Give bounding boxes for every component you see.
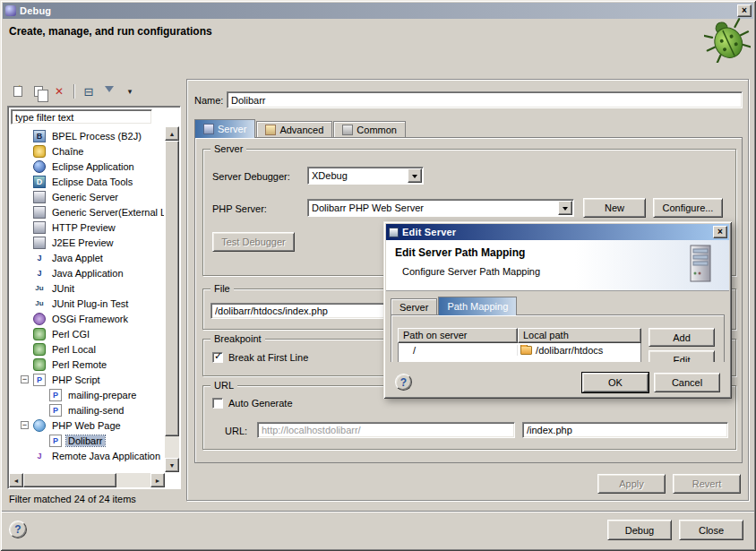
server-icon <box>33 221 46 234</box>
dialog-window-icon <box>389 228 399 237</box>
server-debugger-label: Server Debugger: <box>212 171 290 182</box>
url-path-input[interactable] <box>522 422 728 438</box>
bpel-process-icon: B <box>33 130 46 142</box>
window-close-button[interactable]: × <box>737 4 752 17</box>
tree-item-eclipse-application[interactable]: Eclipse Application <box>10 159 164 174</box>
tree-item-dolibarr[interactable]: PDolibarr <box>10 433 164 448</box>
java-applet-icon: J <box>33 252 46 264</box>
tree-item-java-application[interactable]: JJava Application <box>10 265 164 280</box>
edit-server-dialog: Edit Server × Edit Server Path Mapping C… <box>383 221 732 399</box>
table-header: Path on server Local path <box>398 328 641 343</box>
new-config-icon[interactable]: + <box>9 83 27 99</box>
mapping-table-row[interactable]: //dolibarr/htdocs <box>399 343 640 357</box>
break-first-line-checkbox[interactable] <box>212 352 223 363</box>
php-server-select[interactable]: Dolibarr PHP Web Server <box>307 199 574 217</box>
tree-item-mailing-prepare[interactable]: Pmailing-prepare <box>10 387 164 402</box>
duplicate-config-icon[interactable] <box>30 83 47 99</box>
tree-item-remote-java-application[interactable]: JRemote Java Application <box>10 448 164 463</box>
column-path-on-server[interactable]: Path on server <box>398 328 518 343</box>
scroll-up-icon[interactable]: ▲ <box>165 126 179 141</box>
apply-button: Apply <box>597 474 666 494</box>
filter-input[interactable] <box>11 109 152 125</box>
osgi-icon <box>33 313 46 325</box>
dialog-tab-server[interactable]: Server <box>391 298 437 315</box>
tree-item-junit[interactable]: JuJUnit <box>10 280 164 296</box>
collapse-all-icon[interactable]: ⊟ <box>80 83 98 99</box>
scroll-down-icon[interactable]: ▼ <box>165 458 179 472</box>
server-debugger-select[interactable]: XDebug <box>307 167 424 185</box>
tree-item-java-applet[interactable]: JJava Applet <box>10 250 164 265</box>
close-button[interactable]: Close <box>679 520 743 540</box>
tree-item-j2ee-preview[interactable]: J2EE Preview <box>10 235 164 250</box>
tree-item-http-preview[interactable]: HTTP Preview <box>10 220 164 235</box>
tree-item-generic-server[interactable]: Generic Server <box>10 189 164 204</box>
eclipse-application-icon <box>33 160 46 173</box>
server-icon <box>33 191 46 203</box>
tree-item-osgi-framework[interactable]: OSGi Framework <box>10 311 164 326</box>
tree-item-junit-plug-in-test[interactable]: JuJUnit Plug-in Test <box>10 296 164 311</box>
tree-item-php-script[interactable]: −PPHP Script <box>10 372 164 387</box>
tab-server[interactable]: Server <box>194 119 255 138</box>
tab-advanced[interactable]: Advanced <box>256 121 332 138</box>
tree-horizontal-scrollbar[interactable]: ◄ ► <box>9 473 165 487</box>
page-title: Create, manage, and run configurations <box>9 25 212 38</box>
tree-item-mailing-send[interactable]: Pmailing-send <box>10 402 164 418</box>
perl-icon <box>33 358 46 371</box>
tree-item-generic-server-external-la[interactable]: Generic Server(External La <box>10 204 164 220</box>
debug-bug-icon <box>704 18 751 63</box>
help-icon[interactable]: ? <box>9 521 27 538</box>
tree-item-bpel-process-b2j[interactable]: BBPEL Process (B2J) <box>10 128 164 143</box>
tree-item-perl-cgi[interactable]: Perl CGI <box>10 326 164 341</box>
tree-item-php-web-page[interactable]: −PHP Web Page <box>10 418 164 433</box>
scroll-right-icon[interactable]: ► <box>150 473 165 487</box>
php-web-icon <box>33 419 46 432</box>
eclipse-window-icon <box>5 5 16 16</box>
chevron-down-icon[interactable] <box>408 168 422 183</box>
tree-item-cha-ne[interactable]: Chaîne <box>10 143 164 159</box>
tree-item-perl-remote[interactable]: Perl Remote <box>10 357 164 372</box>
tree-vertical-scrollbar[interactable]: ▲ ▼ <box>165 126 179 472</box>
dialog-footer: ? OK Cancel <box>386 362 729 396</box>
sidebar-toolbar: + ✕ ⊟ ▾ <box>9 82 139 100</box>
server-illustration-icon <box>683 244 717 287</box>
dialog-subheading: Configure Server Path Mapping <box>402 266 540 277</box>
chevron-down-icon[interactable] <box>558 201 572 215</box>
folder-icon <box>520 346 532 355</box>
break-first-line-label: Break at First Line <box>228 352 308 363</box>
advanced-tab-icon <box>265 125 276 135</box>
data-tools-icon: D <box>33 176 46 188</box>
collapse-node-icon[interactable]: − <box>21 375 29 383</box>
php-file-icon: P <box>49 404 62 417</box>
tab-common[interactable]: Common <box>333 121 406 138</box>
tree-item-eclipse-data-tools[interactable]: DEclipse Data Tools <box>10 174 164 189</box>
php-server-label: PHP Server: <box>212 203 267 214</box>
config-tree-panel: BBPEL Process (B2J)ChaîneEclipse Applica… <box>7 106 181 489</box>
server-icon <box>33 237 46 249</box>
tree-item-perl-local[interactable]: Perl Local <box>10 341 164 357</box>
footer-separator <box>2 511 754 512</box>
auto-generate-checkbox[interactable] <box>212 398 223 409</box>
junit-plugin-icon: Ju <box>33 297 46 310</box>
url-base-input[interactable] <box>257 422 515 438</box>
add-mapping-button[interactable]: Add <box>649 328 715 347</box>
ok-button[interactable]: OK <box>582 373 649 392</box>
scroll-left-icon[interactable]: ◄ <box>9 473 23 487</box>
cancel-button[interactable]: Cancel <box>654 373 720 392</box>
new-server-button[interactable]: New <box>583 198 646 218</box>
toolbar-menu-arrow-icon[interactable]: ▾ <box>121 83 139 99</box>
vertical-scroll-thumb[interactable] <box>165 141 179 436</box>
configure-server-button[interactable]: Configure... <box>653 198 723 218</box>
horizontal-scroll-thumb[interactable] <box>23 473 116 487</box>
dialog-close-button[interactable]: × <box>713 226 727 238</box>
auto-generate-label: Auto Generate <box>228 398 293 409</box>
debug-button[interactable]: Debug <box>607 520 672 540</box>
collapse-node-icon[interactable]: − <box>21 421 29 429</box>
dialog-help-icon[interactable]: ? <box>395 374 412 391</box>
config-tabs: Server Advanced Common <box>194 119 407 138</box>
delete-config-icon[interactable]: ✕ <box>50 83 68 99</box>
column-local-path[interactable]: Local path <box>518 328 641 343</box>
filter-configs-icon[interactable] <box>100 83 118 99</box>
name-input[interactable] <box>227 91 743 108</box>
test-debugger-button: Test Debugger <box>212 232 295 252</box>
dialog-tab-path-mapping[interactable]: Path Mapping <box>438 297 517 315</box>
